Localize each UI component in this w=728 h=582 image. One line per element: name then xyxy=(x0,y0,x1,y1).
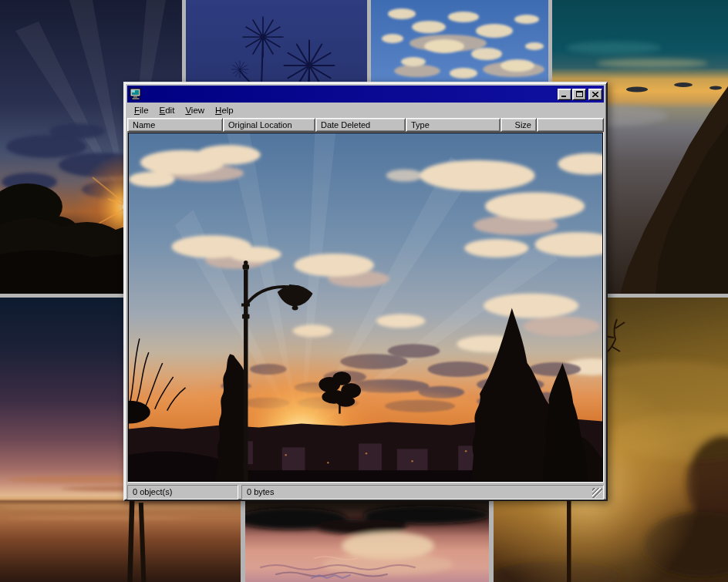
status-bytes: 0 bytes xyxy=(241,485,604,500)
menu-edit[interactable]: Edit xyxy=(154,104,180,116)
menu-file[interactable]: File xyxy=(129,104,154,116)
sunset-street-lamp-photo xyxy=(129,133,602,481)
file-list-area[interactable] xyxy=(127,132,604,483)
minimize-icon xyxy=(561,92,568,97)
status-bar: 0 object(s) 0 bytes xyxy=(127,483,604,500)
maximize-icon xyxy=(576,91,583,97)
desktop-wallpaper: File Edit View Help Name Original Locati… xyxy=(0,0,728,582)
menu-bar: File Edit View Help xyxy=(127,103,604,118)
recycle-bin-window: File Edit View Help Name Original Locati… xyxy=(123,82,608,501)
menu-view[interactable]: View xyxy=(180,104,210,116)
close-icon xyxy=(592,92,598,97)
column-header-name[interactable]: Name xyxy=(127,118,223,132)
computer-icon xyxy=(130,88,143,100)
maximize-button[interactable] xyxy=(572,89,586,100)
column-header-original-location[interactable]: Original Location xyxy=(223,118,315,132)
column-header-filler xyxy=(537,118,604,132)
resize-grip[interactable] xyxy=(592,488,602,498)
column-header-size[interactable]: Size xyxy=(501,118,537,132)
minimize-button[interactable] xyxy=(558,89,571,100)
column-header-row: Name Original Location Date Deleted Type… xyxy=(127,118,604,132)
status-object-count: 0 object(s) xyxy=(127,485,238,500)
close-button[interactable] xyxy=(588,89,602,100)
column-header-date-deleted[interactable]: Date Deleted xyxy=(315,118,406,132)
status-bytes-text: 0 bytes xyxy=(247,487,274,496)
column-header-type[interactable]: Type xyxy=(406,118,501,132)
menu-help[interactable]: Help xyxy=(210,104,239,116)
window-titlebar[interactable] xyxy=(127,86,604,103)
